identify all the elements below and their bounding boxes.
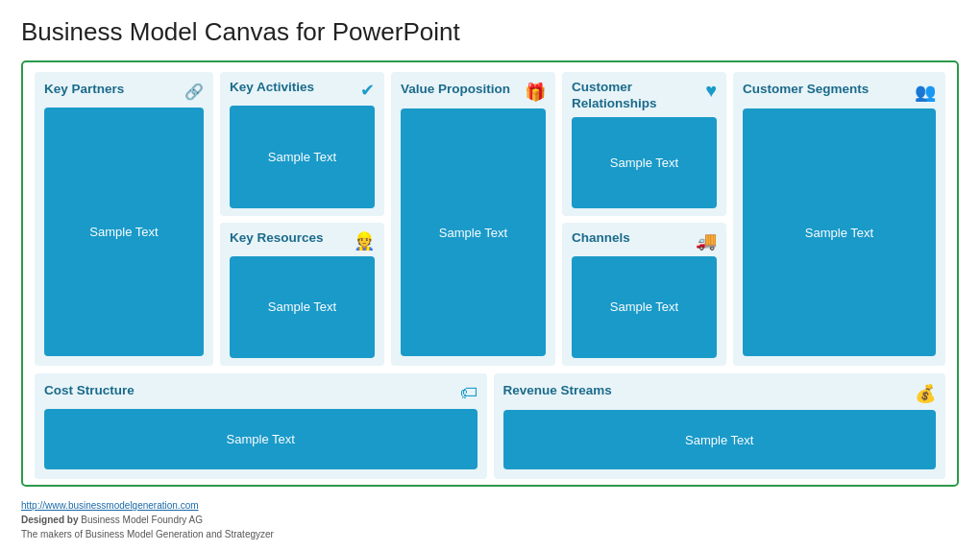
key-resources-header: Key Resources <box>230 230 375 252</box>
key-partners-title: Key Partners <box>44 82 124 98</box>
truck-icon <box>696 230 717 252</box>
cost-structure-cell: Cost Structure Sample Text <box>35 373 487 479</box>
people-icon <box>915 82 936 103</box>
moneybag-icon <box>915 383 936 404</box>
key-partners-header: Key Partners <box>44 82 204 102</box>
cust-seg-header: Customer Segments <box>743 82 936 103</box>
cost-sample[interactable]: Sample Text <box>44 409 478 469</box>
channels-header: Channels <box>572 230 717 252</box>
value-prop-sample[interactable]: Sample Text <box>401 108 546 356</box>
value-prop-header: Value Proposition <box>401 82 546 103</box>
channels-title: Channels <box>572 230 630 247</box>
resources-icon <box>354 230 375 252</box>
cost-title: Cost Structure <box>44 383 135 399</box>
footer-designed-label: Designed by <box>21 515 78 525</box>
link-icon <box>184 82 204 102</box>
cust-rel-column: Customer Relationships Sample Text Chann… <box>562 72 726 366</box>
cust-rel-sample[interactable]: Sample Text <box>572 117 717 208</box>
channels-sample[interactable]: Sample Text <box>572 256 717 359</box>
page: Business Model Canvas for PowerPoint Key… <box>0 0 980 551</box>
cost-header: Cost Structure <box>44 383 478 403</box>
cust-rel-title: Customer Relationships <box>572 80 701 112</box>
footer-makers: The makers of Business Model Generation … <box>21 529 274 539</box>
cust-rel-header: Customer Relationships <box>572 80 717 112</box>
revenue-header: Revenue Streams <box>503 383 937 404</box>
footer: http://www.businessmodelgeneration.com D… <box>21 498 959 541</box>
customer-relationships-cell: Customer Relationships Sample Text <box>562 72 726 216</box>
revenue-streams-cell: Revenue Streams Sample Text <box>494 373 946 479</box>
page-title: Business Model Canvas for PowerPoint <box>21 17 959 47</box>
key-activities-title: Key Activities <box>230 80 314 96</box>
check-icon <box>360 80 375 101</box>
key-activities-cell: Key Activities Sample Text <box>220 72 384 216</box>
cust-seg-sample[interactable]: Sample Text <box>743 108 936 356</box>
gift-icon <box>525 82 546 103</box>
key-partners-sample[interactable]: Sample Text <box>44 108 204 356</box>
value-proposition-cell: Value Proposition Sample Text <box>391 72 555 366</box>
revenue-title: Revenue Streams <box>503 383 612 399</box>
customer-segments-cell: Customer Segments Sample Text <box>733 72 945 366</box>
key-resources-title: Key Resources <box>230 230 324 247</box>
channels-cell: Channels Sample Text <box>562 223 726 367</box>
canvas-area: Key Partners Sample Text Key Activities … <box>35 72 945 479</box>
revenue-sample[interactable]: Sample Text <box>503 410 937 469</box>
value-prop-title: Value Proposition <box>401 82 510 98</box>
footer-url[interactable]: http://www.businessmodelgeneration.com <box>21 500 199 511</box>
key-partners-cell: Key Partners Sample Text <box>35 72 213 366</box>
heart-icon <box>705 80 717 102</box>
bottom-row: Cost Structure Sample Text Revenue Strea… <box>35 373 945 479</box>
key-resources-cell: Key Resources Sample Text <box>220 223 384 367</box>
tag-icon <box>460 383 478 403</box>
cust-seg-title: Customer Segments <box>743 82 869 98</box>
key-resources-sample[interactable]: Sample Text <box>230 256 375 359</box>
key-activities-column: Key Activities Sample Text Key Resources… <box>220 72 384 366</box>
key-activities-sample[interactable]: Sample Text <box>230 106 375 208</box>
top-row: Key Partners Sample Text Key Activities … <box>35 72 945 366</box>
key-activities-header: Key Activities <box>230 80 375 101</box>
canvas-border: Key Partners Sample Text Key Activities … <box>21 60 959 487</box>
footer-designed-value: Business Model Foundry AG <box>81 515 203 525</box>
